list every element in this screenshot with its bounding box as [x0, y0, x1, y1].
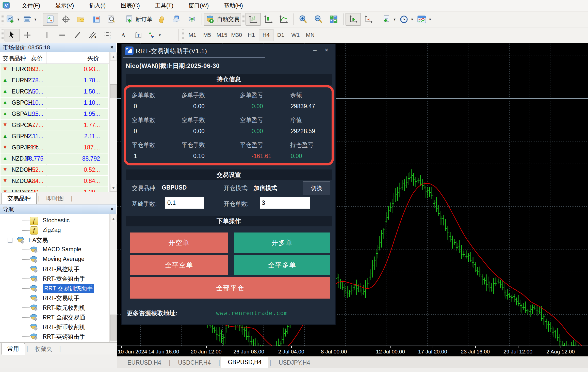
chart-tab-USDJPYH4[interactable]: USDJPY,H4: [272, 358, 317, 368]
toolbar-grip[interactable]: [242, 14, 244, 25]
navigator-tab-0[interactable]: 常用: [2, 343, 25, 355]
timeframe-mn[interactable]: MN: [303, 29, 318, 41]
navigator-item[interactable]: RRT-欧元收割机: [0, 303, 109, 312]
timeframe-m15[interactable]: M15: [215, 29, 229, 41]
trendline-tool-button[interactable]: [70, 29, 85, 41]
menu-item-1[interactable]: 显示(V): [48, 0, 81, 11]
switch-mode-button[interactable]: 切换: [303, 181, 330, 195]
data-window-button[interactable]: [58, 13, 73, 26]
menu-item-5[interactable]: 窗口(W): [181, 0, 216, 11]
market-watch-row[interactable]: ▼GBPJPY.c187....187....: [1, 142, 108, 153]
periods-button[interactable]: ▼: [398, 13, 415, 26]
new-order-button[interactable]: 新订单: [123, 13, 154, 26]
menu-item-0[interactable]: 文件(F): [14, 0, 48, 11]
crosshair-tool-button[interactable]: [20, 29, 35, 41]
scroll-down-icon[interactable]: ▼: [110, 184, 117, 192]
market-watch-row[interactable]: ▲GBPCH...1.10...1.10...: [1, 98, 108, 108]
menu-item-2[interactable]: 插入(I): [81, 0, 113, 11]
signals-button[interactable]: [184, 13, 200, 26]
menu-item-3[interactable]: 图表(C): [113, 0, 148, 11]
timeframe-m30[interactable]: M30: [229, 29, 244, 41]
base-lots-input[interactable]: [165, 197, 204, 209]
new-chart-window-button[interactable]: ▼: [5, 13, 22, 26]
market-watch-row[interactable]: ▼NZDCH...0.52...0.52...: [1, 165, 108, 175]
timeframe-w1[interactable]: W1: [288, 29, 303, 41]
candle-chart-type-button[interactable]: [261, 13, 276, 26]
timeframe-d1[interactable]: D1: [273, 29, 288, 41]
navigator-item[interactable]: RRT-黄金狙击手: [0, 274, 109, 283]
scrollbar-thumb[interactable]: [110, 84, 117, 98]
navigator-item[interactable]: RRT-交易助手: [0, 293, 109, 303]
navigator-item[interactable]: RRT-风控助手: [0, 264, 109, 274]
chart-shift-button[interactable]: [361, 13, 376, 26]
market-watch-header[interactable]: 市场报价: 08:55:18 ×: [0, 43, 116, 52]
navigator-tab-1[interactable]: 收藏夹: [29, 344, 58, 354]
column-symbol[interactable]: 交易品种: [3, 54, 26, 62]
bar-chart-type-button[interactable]: [246, 13, 261, 26]
timeframe-h1[interactable]: H1: [244, 29, 259, 41]
minimize-icon[interactable]: –: [313, 46, 317, 54]
market-watch-row[interactable]: ▼USDSG...1.29...1.29...: [1, 187, 108, 192]
open-orders-input[interactable]: [260, 197, 310, 209]
fibonacci-tool-button[interactable]: F: [100, 29, 116, 41]
close-icon[interactable]: ×: [110, 206, 113, 212]
metaeditor-button[interactable]: [154, 13, 169, 26]
zoom-in-button[interactable]: [296, 13, 311, 26]
navigator-item[interactable]: −EA交易: [0, 235, 109, 245]
navigator-item[interactable]: RRT-新币收割机: [0, 322, 109, 332]
market-watch-row[interactable]: ▲EURCA...1.50...1.50...: [1, 86, 108, 97]
strategy-tester-button[interactable]: [104, 13, 119, 26]
navigator-item[interactable]: fZigZag: [0, 225, 109, 235]
zoom-out-button[interactable]: [311, 13, 326, 26]
navigator-item[interactable]: RRT-英镑狙击手: [0, 332, 109, 341]
timeframe-h4[interactable]: H4: [259, 29, 273, 41]
scroll-up-icon[interactable]: ▲: [110, 53, 117, 60]
market-watch-row[interactable]: ▲GBPAU...1.95...1.95...: [1, 109, 108, 119]
market-watch-tab-0[interactable]: 交易品种: [2, 193, 37, 204]
ea-button-全平空单[interactable]: 全平空单: [130, 255, 228, 275]
navigator-header[interactable]: 导航 ×: [0, 205, 116, 214]
collapse-icon[interactable]: −: [8, 238, 12, 243]
text-tool-button[interactable]: A: [116, 29, 131, 41]
market-watch-scrollbar[interactable]: ▲ ▼: [109, 52, 117, 192]
column-bid[interactable]: 卖价: [31, 54, 43, 62]
toolbar-grip[interactable]: [2, 14, 4, 25]
cursor-tool-button[interactable]: [5, 29, 20, 41]
auto-scroll-button[interactable]: [346, 13, 361, 26]
navigator-item[interactable]: RRT-全能交易通: [0, 312, 109, 322]
menu-item-4[interactable]: 工具(T): [148, 0, 181, 11]
column-ask[interactable]: 买价: [87, 54, 99, 62]
market-watch-row[interactable]: ▼GBPCA...1.77...1.77...: [1, 120, 108, 131]
close-icon[interactable]: ×: [110, 44, 113, 51]
line-chart-type-button[interactable]: [276, 13, 291, 26]
chart-tab-USDCHFH4[interactable]: USDCHF,H4: [171, 358, 217, 368]
timeframe-m1[interactable]: M1: [185, 29, 200, 41]
ea-button-开多单[interactable]: 开多单: [234, 232, 330, 253]
market-watch-row[interactable]: ▼NZDCA...0.84...0.84...: [1, 176, 108, 187]
navigator-item[interactable]: MACD Sample: [0, 245, 109, 254]
menu-item-6[interactable]: 帮助(H): [216, 0, 251, 11]
terminal-toggle-button[interactable]: [89, 13, 104, 26]
vertical-line-tool-button[interactable]: [39, 29, 55, 41]
ea-button-开空单[interactable]: 开空单: [130, 232, 228, 253]
indicators-button[interactable]: ▼: [415, 13, 433, 26]
market-watch-row[interactable]: ▲GBPNZ...2.11...2.11...: [1, 131, 108, 142]
ea-button-全部平仓[interactable]: 全部平仓: [130, 277, 330, 299]
market-watch-toggle-button[interactable]: [43, 13, 58, 26]
chart-tab-GBPUSDH4[interactable]: GBPUSD,H4: [221, 357, 268, 368]
market-watch-row[interactable]: ▲NZDJP...88.77588.792: [1, 153, 108, 164]
navigator-item[interactable]: Moving Average: [0, 254, 109, 264]
ea-button-全平多单[interactable]: 全平多单: [234, 255, 330, 275]
toolbar-grip[interactable]: [2, 29, 4, 41]
navigator-toggle-button[interactable]: [73, 13, 89, 26]
chart-profile-button[interactable]: ▼: [22, 13, 39, 26]
scroll-up-icon[interactable]: ▲: [110, 215, 117, 222]
equidistant-channel-tool-button[interactable]: E: [85, 29, 100, 41]
footer-url-link[interactable]: www.renrentrade.com: [216, 310, 288, 316]
new-chart-button[interactable]: ▼: [380, 13, 398, 26]
autotrade-toggle-button[interactable]: 自动交易: [204, 13, 241, 26]
timeframe-m5[interactable]: M5: [200, 29, 215, 41]
navigator-item[interactable]: fStochastic: [0, 216, 109, 225]
chart-tab-EURUSDH4[interactable]: EURUSD,H4: [121, 358, 168, 368]
mql5-community-button[interactable]: fx: [169, 13, 184, 26]
